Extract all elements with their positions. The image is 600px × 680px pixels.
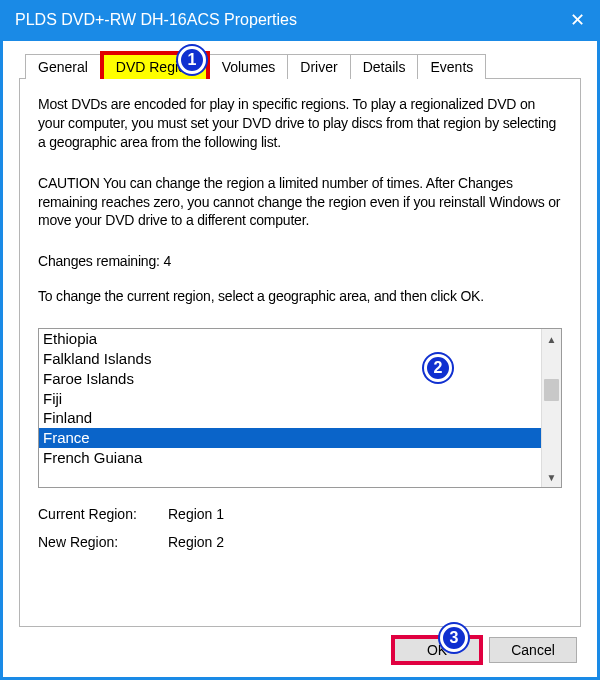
current-region-row: Current Region: Region 1	[38, 506, 562, 522]
instruction-text: To change the current region, select a g…	[38, 287, 562, 306]
annotation-badge-2: 2	[424, 354, 452, 382]
current-region-value: Region 1	[168, 506, 224, 522]
tab-driver[interactable]: Driver	[287, 54, 350, 79]
tab-strip: General DVD Region Volumes Driver Detail…	[25, 51, 581, 79]
list-item[interactable]: Faroe Islands	[42, 369, 538, 389]
list-item[interactable]: French Guiana	[42, 448, 538, 468]
scroll-down-icon[interactable]: ▼	[542, 467, 561, 487]
title-bar: PLDS DVD+-RW DH-16ACS Properties ✕	[3, 3, 597, 41]
content-area: General DVD Region Volumes Driver Detail…	[3, 41, 597, 627]
list-item[interactable]: Ethiopia	[42, 329, 538, 349]
annotation-badge-3: 3	[440, 624, 468, 652]
tab-volumes[interactable]: Volumes	[209, 54, 289, 79]
new-region-label: New Region:	[38, 534, 168, 550]
tab-general[interactable]: General	[25, 54, 101, 79]
region-list-items: Ethiopia Falkland Islands Faroe Islands …	[39, 329, 541, 487]
caution-text: CAUTION You can change the region a limi…	[38, 174, 562, 231]
annotation-badge-1: 1	[178, 46, 206, 74]
new-region-row: New Region: Region 2	[38, 534, 562, 550]
scroll-up-icon[interactable]: ▲	[542, 329, 561, 349]
list-item-selected[interactable]: France	[39, 428, 541, 448]
list-item[interactable]: Falkland Islands	[42, 349, 538, 369]
scroll-track[interactable]	[542, 349, 561, 467]
region-listbox[interactable]: Ethiopia Falkland Islands Faroe Islands …	[38, 328, 562, 488]
list-item[interactable]: Finland	[42, 408, 538, 428]
list-item[interactable]: Fiji	[42, 389, 538, 409]
scrollbar[interactable]: ▲ ▼	[541, 329, 561, 487]
ok-button[interactable]: OK	[393, 637, 481, 663]
button-row: OK Cancel	[3, 627, 597, 677]
changes-remaining: Changes remaining: 4	[38, 252, 562, 271]
new-region-value: Region 2	[168, 534, 224, 550]
scroll-thumb[interactable]	[544, 379, 559, 401]
tab-body: Most DVDs are encoded for play in specif…	[19, 78, 581, 627]
current-region-label: Current Region:	[38, 506, 168, 522]
window-title: PLDS DVD+-RW DH-16ACS Properties	[15, 11, 297, 29]
close-icon[interactable]: ✕	[570, 9, 585, 31]
intro-text: Most DVDs are encoded for play in specif…	[38, 95, 562, 152]
tab-details[interactable]: Details	[350, 54, 419, 79]
cancel-button[interactable]: Cancel	[489, 637, 577, 663]
tab-events[interactable]: Events	[417, 54, 486, 79]
properties-window: PLDS DVD+-RW DH-16ACS Properties ✕ Gener…	[0, 0, 600, 680]
